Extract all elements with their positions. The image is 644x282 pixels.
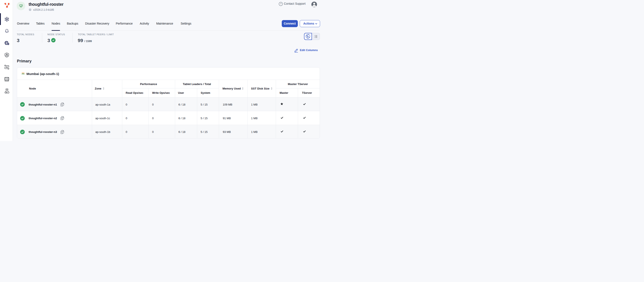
svg-text:?: ?: [280, 2, 281, 5]
